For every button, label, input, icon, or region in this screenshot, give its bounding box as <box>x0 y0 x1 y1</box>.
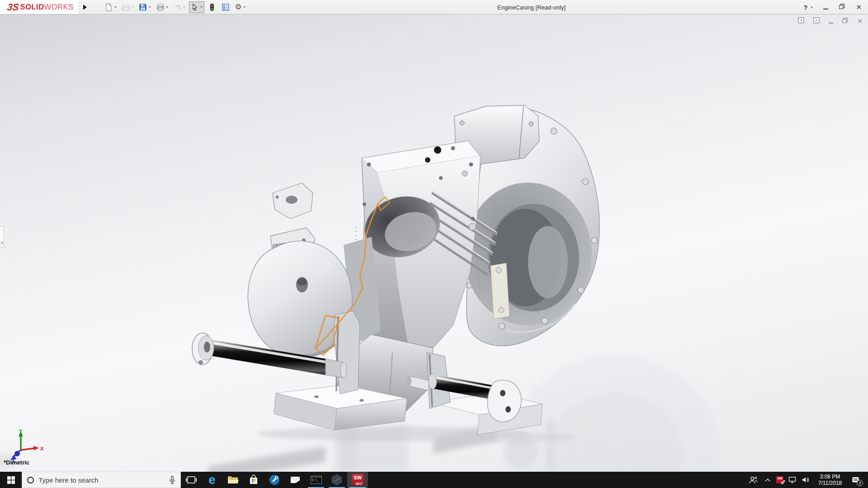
graphics-viewport[interactable]: ✕ Y X Z *Dimetric <box>0 14 868 472</box>
volume-button[interactable] <box>799 472 812 488</box>
pane-left-icon <box>798 17 804 23</box>
doc-minimize-button[interactable] <box>829 17 833 25</box>
start-button[interactable] <box>0 472 22 488</box>
dropdown-arrow-icon[interactable]: ▾ <box>244 5 245 9</box>
print-button[interactable]: ▾ <box>155 1 170 13</box>
solidworks-logo: 3S SOLID WORKS <box>0 0 79 14</box>
help-icon: ? <box>803 4 807 11</box>
search-input[interactable] <box>38 476 165 484</box>
solidworks-2017-icon: SW 2017 <box>352 474 363 486</box>
undo-icon <box>174 3 182 11</box>
brand-text-solid: SOLID <box>20 3 44 11</box>
model-shadow <box>436 432 576 443</box>
tray-solidworks-status[interactable]: SW ✓ <box>774 472 786 488</box>
collapse-pane-left-button[interactable] <box>798 17 804 25</box>
taskbar-cad-utility[interactable] <box>326 472 347 488</box>
taskbar-apps: e <box>181 472 368 488</box>
taskbar-command-prompt[interactable]: C:\_ <box>306 472 326 488</box>
menu-expand-arrow[interactable] <box>80 1 90 13</box>
restore-button[interactable] <box>839 3 845 11</box>
close-icon: ✕ <box>857 18 863 25</box>
gear-icon: ⚙ <box>235 3 242 11</box>
taskbar-utility-app[interactable] <box>264 472 285 488</box>
help-button[interactable]: ? ▾ <box>803 4 812 11</box>
system-tray: SW ✓ 3:08 PM 7/11/201 <box>745 472 868 488</box>
pane-right-icon <box>813 17 820 23</box>
taskbar-mail[interactable] <box>285 472 306 488</box>
taskbar-solidworks[interactable]: SW 2017 <box>347 472 368 488</box>
solidworks-tray-icon: SW ✓ <box>776 476 783 483</box>
new-document-icon <box>104 3 113 11</box>
options-button[interactable]: ⚙ ▾ <box>233 1 247 13</box>
document-window-controls: ✕ <box>798 17 863 25</box>
taskbar-search[interactable] <box>22 472 181 488</box>
taskbar-file-explorer[interactable] <box>222 472 243 488</box>
triad-y-label: Y <box>19 428 23 434</box>
microphone-icon[interactable] <box>169 476 175 484</box>
restore-icon <box>842 18 848 23</box>
window-controls: ? ▾ ✕ <box>803 0 862 14</box>
sw-badge-text: SW <box>352 475 363 480</box>
cortana-search-icon <box>27 477 34 483</box>
task-view-button[interactable] <box>181 472 202 488</box>
tray-overflow-button[interactable] <box>762 472 774 488</box>
print-icon <box>156 3 165 11</box>
save-button[interactable]: ▾ <box>137 1 152 13</box>
taskbar-edge[interactable]: e <box>202 472 222 488</box>
file-explorer-icon <box>227 474 239 486</box>
engine-casing-model[interactable] <box>0 14 868 472</box>
engine-casing-assembly <box>192 105 599 435</box>
rebuild-button[interactable] <box>206 1 218 13</box>
clock-time: 3:08 PM <box>820 474 840 480</box>
close-button[interactable]: ✕ <box>856 3 862 11</box>
orientation-triad: Y X Z <box>6 428 45 464</box>
wrench-circle-icon <box>269 474 280 486</box>
save-floppy-icon <box>139 3 147 11</box>
traffic-light-icon <box>208 3 216 11</box>
play-triangle-icon <box>83 5 87 10</box>
taskbar-clock[interactable]: 3:08 PM 7/11/2018 <box>812 472 848 488</box>
check-icon: ✓ <box>781 479 786 486</box>
dropdown-arrow-icon[interactable]: ▾ <box>114 5 116 9</box>
restore-icon <box>839 4 845 9</box>
solidworks-window: 3S SOLID WORKS ▾ ▾ <box>0 0 868 488</box>
clock-date: 7/11/2018 <box>818 480 842 486</box>
mail-icon <box>289 474 301 486</box>
dropdown-arrow-icon[interactable]: ▾ <box>201 5 203 9</box>
edge-icon: e <box>208 474 215 486</box>
select-tool-button[interactable]: ▾ <box>189 1 204 13</box>
file-properties-button[interactable] <box>220 1 231 13</box>
open-folder-icon <box>122 3 130 11</box>
expand-pane-right-button[interactable] <box>813 17 820 25</box>
select-cursor-icon <box>191 3 199 11</box>
dropdown-arrow-icon[interactable]: ▾ <box>166 5 168 9</box>
minimize-button[interactable] <box>823 3 828 11</box>
dropdown-arrow-icon[interactable]: ▾ <box>149 5 151 9</box>
command-prompt-text: C:\_ <box>312 479 320 482</box>
network-icon <box>788 476 797 483</box>
new-document-button[interactable]: ▾ <box>103 1 118 13</box>
windows-taskbar: e <box>0 472 868 488</box>
doc-restore-button[interactable] <box>842 17 848 25</box>
dropdown-arrow-icon: ▾ <box>132 5 133 9</box>
solidworks-logo-mark: 3S <box>6 0 20 14</box>
chevron-up-icon <box>765 478 770 482</box>
people-button[interactable] <box>745 472 762 488</box>
title-bar: 3S SOLID WORKS ▾ ▾ <box>0 0 868 14</box>
network-button[interactable] <box>786 472 799 488</box>
minimize-icon <box>829 23 833 23</box>
feature-manager-collapsed-tab[interactable] <box>0 226 4 248</box>
brand-text-works: WORKS <box>44 3 74 11</box>
undo-button[interactable]: ▾ <box>172 1 187 13</box>
store-icon <box>248 474 259 486</box>
view-orientation-label: *Dimetric <box>4 459 29 466</box>
doc-close-button[interactable]: ✕ <box>857 17 863 25</box>
dropdown-arrow-icon: ▾ <box>811 5 812 9</box>
close-icon: ✕ <box>856 3 862 11</box>
open-button[interactable]: ▾ <box>120 1 135 13</box>
taskbar-store[interactable] <box>243 472 264 488</box>
tab-dot <box>1 242 3 244</box>
file-properties-icon <box>222 3 230 11</box>
action-center-button[interactable]: 3 <box>848 472 864 488</box>
hexagon-app-icon <box>331 474 343 486</box>
